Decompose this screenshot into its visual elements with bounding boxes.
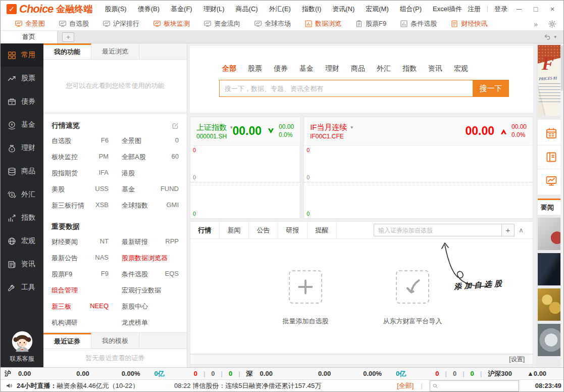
watchlist-tab[interactable]: 提醒	[307, 222, 337, 238]
gear-icon[interactable]	[548, 20, 556, 28]
menu-item[interactable]: 组合(P)	[400, 5, 422, 14]
toolbar-item[interactable]: 财经快讯	[450, 19, 487, 28]
sidebar-item[interactable]: ¥ 基金	[1, 113, 43, 136]
menu-item[interactable]: 指数(I)	[302, 5, 321, 14]
toolbar-item[interactable]: 股票F9	[355, 19, 386, 28]
watchlist-empty-action[interactable]: 从东方财富平台导入	[377, 270, 448, 326]
add-security-button[interactable]: +	[501, 224, 515, 236]
quick-link[interactable]: 全球指数 GMI	[122, 201, 179, 210]
sidebar-item[interactable]: ¥ 债券	[1, 90, 43, 113]
quick-link[interactable]: 新三板行情 XSB	[52, 201, 109, 210]
collapse-panel-icon[interactable]: ∧	[515, 226, 528, 234]
menu-item[interactable]: 债券(B)	[138, 5, 160, 14]
sidebar-item[interactable]: 宏观	[1, 229, 43, 253]
sidebar-item[interactable]: 工具	[1, 276, 43, 299]
menu-item[interactable]: 基金(F)	[171, 5, 192, 14]
settings-link[interactable]: [设置]	[509, 355, 525, 364]
quick-link[interactable]: 条件选股 EQS	[122, 270, 179, 279]
quick-link[interactable]: 新三板 NEEQ	[52, 302, 109, 311]
new-tab-button[interactable]: +	[62, 32, 74, 42]
watchlist-tab[interactable]: 研报	[278, 222, 307, 238]
toolbar-item[interactable]: 条件选股	[400, 19, 437, 28]
recent-panel-tab[interactable]: 我的模板	[91, 333, 139, 349]
search-input[interactable]	[219, 80, 473, 97]
quick-link[interactable]: 财经要闻 NT	[52, 237, 109, 247]
search-category-tab[interactable]: 股票	[248, 64, 262, 73]
quick-link[interactable]: 龙虎榜单	[122, 318, 179, 327]
sidebar-item[interactable]: $ 外汇	[1, 183, 43, 206]
watchlist-tab[interactable]: 新闻	[220, 222, 249, 238]
menu-item[interactable]: 商品(C)	[236, 5, 258, 14]
quick-link[interactable]: 美股 USS	[52, 185, 109, 194]
quick-link[interactable]: 股票F9 F9	[52, 270, 109, 279]
toolbar-item[interactable]: 全球市场	[254, 19, 291, 28]
search-category-tab[interactable]: 债券	[274, 64, 288, 73]
quick-link[interactable]: 板块监控 PM	[52, 153, 109, 162]
menu-item[interactable]: 股票(S)	[105, 5, 126, 14]
quote-minichart[interactable]: 0 0 0	[190, 145, 300, 218]
undo-control[interactable]: ▾	[544, 33, 556, 41]
menu-item[interactable]: 外汇(E)	[269, 5, 291, 14]
sidebar-item[interactable]: 资讯	[1, 253, 43, 276]
chevron-down-icon[interactable]: ▾	[350, 125, 353, 130]
rail-scrollbar[interactable]	[560, 43, 563, 367]
quote-card[interactable]: 上证指数 ▾ 000001.SH 00.00 00.00 0.0%	[190, 117, 300, 219]
quick-link[interactable]: 全景图 0	[122, 136, 179, 145]
toolbar-item[interactable]: 全景图	[15, 19, 45, 28]
search-category-tab[interactable]: 指数	[402, 64, 417, 73]
quick-link[interactable]: 全部A股 60	[122, 153, 179, 162]
toolbar-item[interactable]: 板块监测	[153, 19, 190, 28]
minimize-button[interactable]: ─	[514, 5, 524, 13]
search-category-tab[interactable]: 理财	[325, 64, 339, 73]
speaker-icon[interactable]	[6, 382, 13, 389]
add-security-input[interactable]	[374, 224, 501, 236]
quick-link[interactable]: 股指期货 IFA	[52, 169, 109, 178]
sidebar-item[interactable]: 常用	[1, 43, 43, 67]
quick-link[interactable]: 组合管理	[52, 286, 109, 295]
watchlist-tab[interactable]: 公告	[249, 222, 278, 238]
menu-item[interactable]: 资讯(N)	[332, 5, 354, 14]
function-panel-tab[interactable]: 最近浏览	[91, 43, 139, 59]
toolbar-item[interactable]: 自选股	[59, 19, 89, 28]
watchlist-tab[interactable]: 行情	[190, 222, 220, 238]
sidebar-item[interactable]: ¥ 理财	[1, 136, 43, 160]
quote-card[interactable]: IF当月连续 ▾ IF00C1.CFE 00.00 00.00 0.0%	[303, 117, 533, 219]
live-broadcast-text[interactable]: 融资余额4.46亿元（10-22）	[57, 381, 139, 390]
maximize-button[interactable]: □	[531, 5, 541, 13]
contact-support[interactable]: 联系客服	[1, 330, 43, 367]
quick-link[interactable]: 最新公告 NAS	[52, 254, 109, 263]
quick-search-box[interactable]	[430, 380, 519, 391]
quick-link[interactable]: 宏观行业数据	[122, 286, 179, 295]
register-link[interactable]: 注册	[468, 5, 481, 14]
watchlist-empty-action[interactable]: 批量添加自选股	[270, 270, 341, 326]
quick-link[interactable]: 最新研报 RPP	[122, 237, 179, 247]
search-category-tab[interactable]: 商品	[351, 64, 365, 73]
close-button[interactable]: ×	[547, 5, 557, 13]
toolbar-item[interactable]: 资金流向	[203, 19, 240, 28]
login-link[interactable]: 登录	[494, 5, 507, 14]
quick-link[interactable]: 自选股 F6	[52, 136, 109, 145]
sidebar-item[interactable]: 商品	[1, 160, 43, 183]
menu-item[interactable]: 宏观(M)	[366, 5, 389, 14]
sidebar-item[interactable]: 指数	[1, 206, 43, 229]
search-category-tab[interactable]: 基金	[299, 64, 314, 73]
recent-panel-tab[interactable]: 最近证券	[43, 333, 91, 349]
edit-icon[interactable]	[172, 122, 179, 129]
all-news-link[interactable]: [全部]	[397, 381, 414, 390]
quick-link[interactable]: 股票数据浏览器	[122, 254, 179, 263]
toolbar-item[interactable]: 沪深排行	[102, 19, 139, 28]
menu-item[interactable]: Excel插件	[433, 5, 462, 14]
search-category-tab[interactable]: 外汇	[377, 64, 391, 73]
search-category-tab[interactable]: 全部	[222, 64, 236, 73]
quick-link[interactable]: 机构调研	[52, 318, 109, 327]
search-category-tab[interactable]: 资讯	[428, 64, 442, 73]
sidebar-item[interactable]: 股票	[1, 67, 43, 90]
quick-link[interactable]: 新股中心	[122, 302, 179, 311]
toolbar-item[interactable]: 数据浏览	[304, 19, 341, 28]
quick-link[interactable]: 基金 FUND	[122, 185, 179, 194]
page-tab-home[interactable]: 首页	[1, 31, 58, 43]
quick-link[interactable]: 港股	[122, 169, 179, 178]
toolbar-more-icon[interactable]: »	[534, 20, 538, 28]
quick-search-input[interactable]	[438, 381, 519, 390]
search-button[interactable]: 搜一下	[473, 80, 509, 97]
